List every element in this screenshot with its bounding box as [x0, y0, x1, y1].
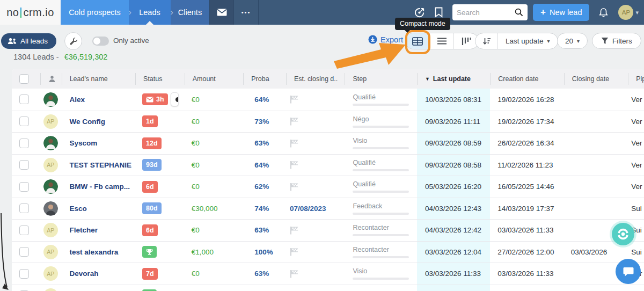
contact-photo — [43, 92, 58, 107]
status-badge[interactable] — [142, 246, 157, 258]
row-checkbox[interactable] — [19, 247, 29, 257]
page-size-dropdown[interactable]: 20 ▾ — [557, 33, 588, 49]
filters-button[interactable]: Filters — [592, 33, 641, 49]
owner-column-header[interactable] — [40, 73, 62, 85]
lead-name-link[interactable]: BMW - Fb camp... — [62, 176, 135, 198]
table-row[interactable]: AP TEST STEPHANIE 93d €0 64% Qualifié 09… — [12, 154, 644, 176]
sort-direction-button[interactable] — [475, 33, 498, 49]
row-checkbox[interactable] — [19, 160, 29, 170]
lead-name-link[interactable]: test alexandra — [62, 242, 135, 263]
owner-avatar[interactable] — [43, 179, 58, 194]
list-settings-button[interactable] — [64, 32, 82, 50]
step-progress-track — [353, 169, 409, 171]
owner-avatar[interactable] — [43, 136, 58, 150]
lead-name-link[interactable]: Syscom — [62, 133, 135, 154]
column-header-est-closing[interactable]: Est. closing d.. — [286, 73, 345, 85]
row-checkbox[interactable] — [19, 225, 29, 235]
table-row[interactable]: Esco 80d €30,000 74% 07/08/2023 Feedback… — [12, 198, 644, 220]
table-row[interactable]: AP test alexandra €1,000 100% Recontacte… — [12, 241, 644, 263]
table-row[interactable]: AP Fletcher 6d €0 63% Recontacter 04/03/… — [12, 219, 644, 241]
more-tabs-button[interactable]: ••• — [234, 0, 259, 25]
list-mode-button[interactable] — [430, 33, 454, 49]
table-view-icon — [412, 37, 423, 46]
milestone-flag-icon — [290, 248, 299, 256]
table-row[interactable]: AP Devorah 7d €0 63% Visio 03/03/2026 11… — [12, 263, 644, 285]
lead-name-link[interactable]: Alex — [62, 89, 135, 111]
inbox-button[interactable] — [209, 0, 234, 25]
column-header-closing-date[interactable]: Closing date — [564, 73, 628, 85]
notifications-button[interactable] — [594, 3, 613, 22]
row-checkbox[interactable] — [19, 94, 29, 104]
column-header-pipeline[interactable]: Pip — [628, 73, 644, 85]
lead-name-link[interactable]: Esco — [62, 198, 135, 220]
column-header-creation-date[interactable]: Creation date — [490, 73, 564, 85]
owner-avatar[interactable]: AP — [43, 114, 58, 129]
pipeline-value: Sui — [628, 198, 644, 220]
creation-date-value: 19/02/2026 17:34 — [490, 111, 564, 133]
table-row[interactable]: BMW - Fb camp... 6d €0 62% Qualifié 05/0… — [12, 176, 644, 198]
new-lead-button[interactable]: + New lead — [533, 4, 589, 21]
column-header-amount[interactable]: Amount — [185, 73, 244, 85]
status-badge[interactable]: 6d — [142, 224, 158, 236]
pipeline-value: Ver — [628, 176, 644, 198]
row-select-cell — [12, 155, 40, 176]
row-checkbox[interactable] — [19, 182, 29, 192]
lead-name-link[interactable]: TEST STEPHANIE — [62, 155, 135, 176]
status-badge[interactable]: 1d — [142, 115, 158, 127]
column-header-leads-name[interactable]: Lead's name — [62, 73, 135, 85]
table-row[interactable]: AP We Config 1d €0 73% Négo 09/03/2026 1… — [12, 111, 644, 133]
row-checkbox[interactable] — [19, 269, 29, 279]
status-badge[interactable]: 7d — [142, 268, 158, 280]
owner-avatar[interactable]: AP — [43, 223, 58, 237]
user-avatar[interactable]: AP — [618, 5, 633, 20]
compact-mode-button[interactable] — [406, 33, 430, 49]
lead-name-link[interactable]: Devorah — [62, 263, 135, 285]
table-row[interactable]: AP — [12, 285, 644, 291]
owner-avatar[interactable] — [43, 201, 58, 216]
owner-avatar[interactable]: AP — [43, 245, 58, 259]
logo-cursor-bar — [20, 8, 21, 18]
step-label: Feedback — [353, 202, 409, 210]
search-input[interactable] — [457, 9, 515, 17]
tab-leads[interactable]: Leads › — [129, 0, 171, 25]
envelope-icon — [146, 97, 153, 103]
search-icon[interactable] — [515, 8, 523, 17]
column-header-proba[interactable]: Proba — [243, 73, 286, 85]
user-menu-caret-icon[interactable]: ▾ — [635, 9, 639, 16]
column-header-step[interactable]: Step — [345, 73, 416, 85]
tab-clients[interactable]: Clients — [171, 0, 209, 25]
row-checkbox[interactable] — [19, 139, 29, 148]
status-badge[interactable]: 93d — [142, 159, 162, 171]
owner-avatar[interactable]: AP — [43, 288, 58, 291]
tab-separator-icon: › — [128, 0, 131, 25]
tab-cold-prospects[interactable]: Cold prospects › — [61, 0, 129, 25]
sync-floating-button[interactable] — [612, 223, 634, 245]
export-button[interactable]: Export — [368, 35, 403, 44]
table-row[interactable]: Syscom 12d €0 63% Visio 09/03/2026 08:59… — [12, 132, 644, 154]
owner-avatar[interactable]: AP — [43, 266, 58, 281]
status-badge[interactable]: 6d — [142, 181, 158, 193]
status-badge[interactable]: 12d — [142, 137, 162, 149]
lead-name-link[interactable]: We Config — [62, 111, 135, 133]
row-checkbox[interactable] — [19, 203, 29, 213]
proba-value: 64% — [243, 89, 286, 111]
sort-field-dropdown[interactable]: Last update ▾ — [498, 37, 558, 45]
row-checkbox[interactable] — [19, 117, 29, 126]
owner-avatar[interactable] — [43, 92, 58, 107]
total-amount: €36,519,302 — [64, 53, 108, 61]
table-row[interactable]: Alex 3h €0 64% Qualifié 10/03/2026 08:31… — [12, 89, 644, 111]
column-header-status[interactable]: Status — [135, 73, 185, 85]
only-active-toggle[interactable] — [92, 37, 109, 46]
select-all-checkbox[interactable] — [19, 74, 29, 84]
all-leads-button[interactable]: All leads — [1, 33, 56, 49]
status-badge[interactable]: 80d — [142, 202, 162, 214]
owner-cell — [40, 89, 62, 111]
owner-cell: AP — [40, 155, 62, 176]
app-logo[interactable]: nocrm.io — [0, 0, 61, 25]
lead-name-link[interactable] — [62, 285, 135, 291]
lead-name-link[interactable]: Fletcher — [62, 220, 135, 241]
owner-avatar[interactable]: AP — [43, 158, 58, 172]
status-badge[interactable]: 3h — [142, 93, 168, 105]
column-header-last-update[interactable]: ▼ Last update — [417, 73, 490, 85]
chat-floating-button[interactable] — [616, 259, 641, 284]
